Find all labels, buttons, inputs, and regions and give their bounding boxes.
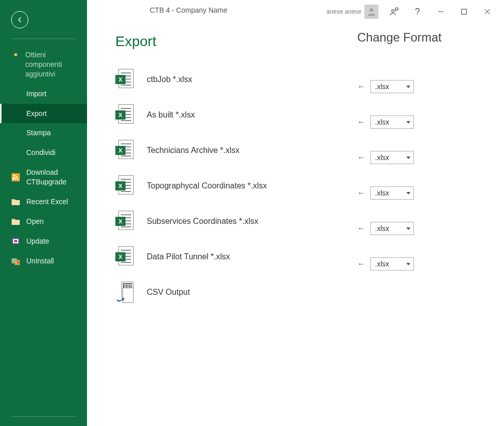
chevron-down-icon [406, 157, 410, 159]
format-value: .xlsx [375, 260, 389, 268]
sidebar-item-label: Recent Excel [26, 197, 68, 207]
close-button[interactable] [476, 0, 499, 23]
sidebar-item-addins[interactable]: Ottieni componenti aggiuntivi [0, 45, 87, 84]
arrow-left-icon: ← [357, 188, 365, 198]
export-title: Export [115, 33, 327, 50]
export-label: As built *.xlsx [147, 110, 195, 120]
chevron-down-icon [406, 121, 410, 124]
help-button[interactable]: ? [406, 0, 429, 23]
sidebar-item-stampa[interactable]: Stampa [0, 123, 87, 143]
format-value: .xlsx [375, 153, 389, 162]
sidebar-item-label: Import [26, 89, 47, 99]
maximize-button[interactable] [452, 0, 476, 23]
divider [11, 416, 76, 417]
export-row-pilot-tunnel[interactable]: X Data Pilot Tunnel *.xlsx [115, 239, 327, 275]
format-row: ← .xlsx [357, 211, 489, 246]
svg-rect-9 [461, 9, 467, 14]
sidebar-item-label: Ottieni componenti aggiuntivi [25, 50, 76, 79]
export-row-topo[interactable]: X Topographycal Coordinates *.xlsx [115, 168, 327, 204]
chevron-down-icon [406, 86, 410, 88]
chevron-down-icon [406, 263, 410, 265]
format-value: .xlsx [375, 83, 389, 91]
change-format-panel: Change Format ← .xlsx ← .xlsx ← .xlsx [342, 23, 504, 426]
sidebar-item-label: Stampa [26, 128, 51, 138]
export-label: CSV Output [147, 288, 190, 297]
folder-icon [11, 197, 20, 206]
feedback-button[interactable] [383, 0, 406, 23]
avatar-icon [364, 5, 379, 19]
export-row-technicians[interactable]: X Technicians Archive *.xlsx [115, 133, 327, 168]
excel-file-icon: X [115, 140, 134, 161]
sidebar-item-open[interactable]: Open [0, 212, 87, 231]
titlebar: CTB 4 - Company Name anese anese ? [87, 0, 504, 23]
back-button[interactable] [11, 11, 28, 28]
export-row-ctbjob[interactable]: X ctbJob *.xlsx [115, 62, 327, 97]
update-icon [11, 237, 20, 246]
format-select[interactable]: .xlsx [370, 151, 414, 164]
rss-icon [11, 173, 20, 182]
export-row-subservices[interactable]: X Subservices Coordinates *.xlsx [115, 204, 327, 239]
export-row-csv[interactable]: CSV Output [115, 275, 327, 310]
minimize-icon [438, 9, 444, 15]
arrow-left-icon: ← [357, 224, 365, 233]
svg-point-7 [392, 10, 394, 12]
format-row: ← .xlsx [357, 246, 489, 282]
sidebar-item-label: Condividi [26, 148, 56, 158]
user-name: anese anese [326, 8, 361, 15]
sidebar-item-uninstall[interactable]: UnInstall [0, 251, 87, 271]
uninstall-icon [11, 256, 20, 265]
export-arrow-icon [116, 296, 124, 302]
format-row: ← .xlsx [357, 140, 489, 175]
format-select[interactable]: .xlsx [370, 186, 414, 200]
export-label: ctbJob *.xlsx [147, 75, 192, 84]
format-row: ← .xlsx [357, 175, 489, 211]
chevron-down-icon [406, 227, 410, 230]
sidebar-item-import[interactable]: Import [0, 84, 87, 104]
sidebar-item-condividi[interactable]: Condividi [0, 143, 87, 163]
format-select[interactable]: .xlsx [370, 80, 414, 93]
format-row: ← .xlsx [357, 104, 489, 140]
export-label: Data Pilot Tunnel *.xlsx [147, 252, 230, 261]
arrow-left-icon [15, 15, 24, 24]
excel-file-icon: X [115, 175, 134, 197]
sidebar-item-update[interactable]: Update [0, 231, 87, 251]
help-icon: ? [415, 7, 420, 17]
format-value: .xlsx [375, 189, 389, 197]
format-select[interactable]: .xlsx [370, 257, 414, 270]
format-value: .xlsx [375, 118, 389, 126]
csv-file-icon [115, 282, 134, 303]
arrow-left-icon: ← [357, 153, 365, 162]
sidebar-item-download-upgrade[interactable]: Download CTBupgrade [0, 163, 87, 192]
sidebar-item-export[interactable]: Export [0, 104, 87, 124]
excel-file-icon: X [115, 246, 134, 267]
format-value: .xlsx [375, 224, 389, 233]
sidebar-item-label: Download CTBupgrade [26, 168, 76, 187]
close-icon [484, 9, 490, 15]
format-select[interactable]: .xlsx [370, 115, 414, 129]
divider [11, 38, 76, 39]
arrow-left-icon: ← [357, 259, 365, 268]
svg-rect-3 [14, 240, 17, 242]
chevron-down-icon [406, 192, 410, 195]
user-account[interactable]: anese anese [326, 5, 379, 19]
backstage-sidebar: Ottieni componenti aggiuntivi Import Exp… [0, 0, 87, 426]
format-row: ← .xlsx [357, 69, 489, 104]
change-format-title: Change Format [357, 30, 489, 45]
arrow-left-icon: ← [357, 82, 365, 91]
folder-open-icon [11, 217, 20, 226]
svg-rect-0 [12, 173, 20, 181]
format-select[interactable]: .xlsx [370, 222, 414, 235]
app-title: CTB 4 - Company Name [150, 6, 227, 14]
arrow-left-icon: ← [357, 118, 365, 127]
excel-file-icon: X [115, 211, 134, 232]
sidebar-item-label: Export [26, 109, 47, 119]
sidebar-item-label: UnInstall [26, 256, 54, 266]
excel-file-icon: X [115, 104, 134, 126]
excel-file-icon: X [115, 69, 134, 90]
export-row-asbuilt[interactable]: X As built *.xlsx [115, 97, 327, 133]
export-label: Topographycal Coordinates *.xlsx [147, 181, 267, 190]
export-panel: Export X ctbJob *.xlsx X As built *.xlsx… [87, 23, 342, 426]
sidebar-item-recent-excel[interactable]: Recent Excel [0, 192, 87, 212]
person-feedback-icon [389, 7, 399, 17]
minimize-button[interactable] [429, 0, 452, 23]
